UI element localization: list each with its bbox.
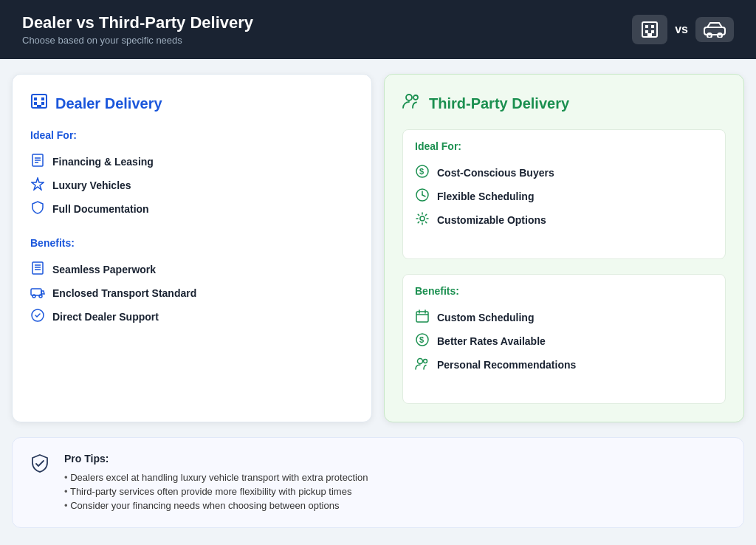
list-item: $ Better Rates Available [415, 329, 713, 353]
dealer-ideal-label: Ideal For: [30, 129, 354, 141]
dealer-benefits-section: Benefits: Seamless Paperwork Enclosed Tr… [30, 237, 354, 329]
pro-tips-label: Pro Tips: [64, 453, 368, 465]
direct-dealer-label: Direct Dealer Support [52, 311, 159, 323]
luxury-label: Luxury Vehicles [52, 179, 131, 191]
svg-point-28 [406, 95, 412, 100]
svg-point-42 [418, 359, 423, 364]
dealer-benefits-list: Seamless Paperwork Enclosed Transport St… [30, 258, 354, 329]
flexible-scheduling-label: Flexible Scheduling [437, 191, 534, 202]
dealer-building-icon [30, 92, 48, 110]
svg-point-35 [420, 216, 425, 221]
svg-point-26 [39, 295, 42, 298]
svg-rect-14 [37, 105, 41, 108]
vs-label: vs [675, 23, 688, 36]
list-item: Luxury Vehicles [30, 174, 354, 197]
pro-tip-item: Third-party services often provide more … [64, 484, 368, 498]
page-title: Dealer vs Third-Party Delivery [22, 13, 253, 32]
list-item: $ Cost-Conscious Buyers [415, 161, 713, 185]
pro-tips-list: Dealers excel at handling luxury vehicle… [64, 470, 368, 513]
third-party-card-title: Third-Party Delivery [429, 95, 569, 112]
svg-rect-36 [416, 312, 428, 322]
pro-tips-content: Pro Tips: Dealers excel at handling luxu… [64, 453, 368, 513]
svg-text:$: $ [419, 167, 424, 176]
list-item: Personal Recommendations [415, 353, 713, 377]
dollar-icon: $ [415, 333, 430, 349]
third-party-benefits-box: Benefits: Custom Scheduling $ Better Rat… [402, 274, 726, 404]
page-subtitle: Choose based on your specific needs [22, 35, 253, 46]
svg-rect-1 [645, 25, 648, 28]
third-party-ideal-box: Ideal For: $ Cost-Conscious Buyers Flexi… [402, 129, 726, 259]
svg-point-25 [32, 295, 35, 298]
svg-text:$: $ [419, 335, 424, 344]
third-party-card-header: Third-Party Delivery [402, 92, 726, 114]
list-item: Custom Scheduling [415, 306, 713, 329]
list-item: Financing & Leasing [30, 150, 354, 174]
dealer-ideal-section: Ideal For: Financing & Leasing Luxury Ve… [30, 129, 354, 221]
list-item: Seamless Paperwork [30, 258, 354, 281]
svg-rect-5 [647, 33, 652, 37]
dealer-card: Dealer Delivery Ideal For: Financing & L… [12, 74, 372, 422]
list-item: Enclosed Transport Standard [30, 281, 354, 305]
better-rates-label: Better Rates Available [437, 335, 546, 347]
dealer-card-title: Dealer Delivery [55, 95, 162, 112]
third-party-card: Third-Party Delivery Ideal For: $ Cost-C… [384, 74, 744, 422]
clock-icon [415, 188, 430, 205]
shield-check-icon [30, 454, 49, 473]
page-header: Dealer vs Third-Party Delivery Choose ba… [0, 0, 756, 59]
dealer-card-icon [30, 92, 48, 114]
svg-line-34 [422, 195, 425, 196]
recommendations-icon [415, 357, 430, 373]
building-icon [639, 19, 660, 40]
svg-rect-12 [34, 102, 37, 105]
list-item: Customizable Options [415, 208, 713, 232]
customizable-label: Customizable Options [437, 214, 546, 226]
svg-rect-10 [34, 97, 37, 100]
svg-point-43 [424, 360, 427, 363]
list-item: Full Documentation [30, 197, 354, 221]
personal-recommendations-label: Personal Recommendations [437, 359, 576, 371]
dealer-card-header: Dealer Delivery [30, 92, 354, 114]
car-icon-box [695, 17, 734, 42]
documentation-label: Full Documentation [52, 203, 149, 215]
transport-label: Enclosed Transport Standard [52, 287, 196, 299]
dealer-benefits-label: Benefits: [30, 237, 354, 249]
svg-rect-2 [651, 25, 654, 28]
header-icons: vs [632, 15, 734, 44]
car-icon [703, 21, 726, 38]
list-item: Direct Dealer Support [30, 305, 354, 329]
third-party-card-icon [402, 92, 422, 114]
support-icon [30, 309, 45, 325]
shield-icon [30, 201, 45, 217]
svg-rect-3 [645, 30, 648, 33]
luxury-icon [30, 177, 45, 193]
svg-point-29 [413, 95, 418, 100]
dealer-ideal-list: Financing & Leasing Luxury Vehicles Full… [30, 150, 354, 221]
svg-rect-11 [41, 97, 44, 100]
pro-tips-section: Pro Tips: Dealers excel at handling luxu… [12, 437, 744, 528]
financing-icon [30, 154, 45, 170]
third-party-benefits-label: Benefits: [415, 285, 713, 297]
main-content: Dealer Delivery Ideal For: Financing & L… [0, 59, 756, 437]
pro-tip-item: Dealers excel at handling luxury vehicle… [64, 470, 368, 484]
paperwork-label: Seamless Paperwork [52, 264, 156, 275]
svg-marker-19 [32, 178, 44, 190]
cost-icon: $ [415, 165, 430, 181]
third-party-ideal-list: $ Cost-Conscious Buyers Flexible Schedul… [415, 161, 713, 232]
people-icon [402, 92, 422, 110]
header-text: Dealer vs Third-Party Delivery Choose ba… [22, 13, 253, 46]
calendar-icon [415, 309, 430, 326]
dealer-icon-box [632, 15, 667, 44]
transport-icon [30, 285, 45, 301]
pro-tip-item: Consider your financing needs when choos… [64, 498, 368, 513]
paperwork-icon [30, 261, 45, 278]
cost-conscious-label: Cost-Conscious Buyers [437, 167, 554, 179]
svg-rect-13 [41, 102, 44, 105]
third-party-benefits-list: Custom Scheduling $ Better Rates Availab… [415, 306, 713, 377]
list-item: Flexible Scheduling [415, 185, 713, 208]
pro-tips-icon [30, 454, 52, 478]
third-party-ideal-label: Ideal For: [415, 140, 713, 152]
gear-icon [415, 212, 430, 228]
custom-scheduling-label: Custom Scheduling [437, 312, 534, 323]
financing-label: Financing & Leasing [52, 156, 154, 168]
svg-rect-20 [32, 262, 43, 274]
